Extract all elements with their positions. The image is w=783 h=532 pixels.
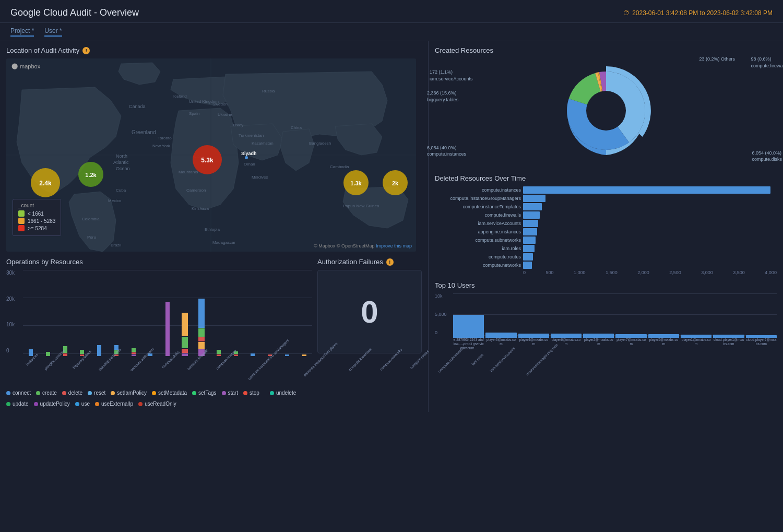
deleted-row-8: compute.routes	[435, 253, 777, 261]
user-label-7: player1@mxabs.com	[681, 338, 711, 356]
svg-text:Kinshasa: Kinshasa	[192, 206, 209, 211]
svg-text:Ukraine: Ukraine	[218, 112, 232, 117]
user-label-5: player7@mxabs.com	[615, 338, 646, 356]
svg-point-37	[245, 156, 248, 159]
created-resources-section: Created Resources	[435, 46, 777, 168]
svg-text:Ocean: Ocean	[116, 166, 130, 171]
legend-undelete: undelete	[270, 390, 296, 396]
auth-failures-section: Authorization Failures ! 0	[317, 258, 422, 407]
svg-text:Mexico: Mexico	[108, 198, 122, 203]
page-title: Google Cloud Audit - Overview	[10, 7, 139, 18]
donut-final	[556, 61, 656, 160]
svg-text:New York: New York	[152, 144, 171, 148]
legend-start: start	[222, 390, 238, 396]
svg-text:Cameroon: Cameroon	[186, 188, 206, 193]
map-section-title: Location of Audit Activity !	[6, 46, 422, 54]
svg-text:5.3k: 5.3k	[201, 157, 213, 164]
svg-text:Peru: Peru	[87, 235, 96, 240]
deleted-row-6: compute.subnetworks	[435, 237, 777, 244]
svg-text:Sweden: Sweden	[212, 102, 228, 107]
donut-label-others: 23 (0.2%) Others	[699, 56, 735, 63]
user-label-3: player6@mxabs.com	[551, 338, 582, 356]
svg-text:Iceland: Iceland	[173, 94, 187, 99]
svg-text:Atlantic: Atlantic	[113, 160, 129, 165]
svg-text:Ethiopia: Ethiopia	[205, 227, 220, 232]
user-bar-6	[648, 334, 679, 338]
legend-title: _count	[18, 203, 55, 208]
user-bar-2	[518, 334, 549, 338]
header: Google Cloud Audit - Overview ⏱ 2023-06-…	[0, 0, 783, 23]
ops-title: Operations by Resources	[6, 258, 312, 266]
user-label-2: player4@mxabs.com	[518, 338, 549, 356]
deleted-resources-section: Deleted Resources Over Time compute.inst…	[435, 174, 777, 275]
deleted-row-2: compute.instanceTemplates	[435, 203, 777, 210]
created-resources-title: Created Resources	[435, 46, 777, 54]
svg-text:Madagascar: Madagascar	[212, 240, 235, 245]
top-users-section: Top 10 Users 10k 5,000 0	[435, 281, 777, 356]
legend-useExternalIp: useExternalIp	[95, 401, 133, 407]
user-bar-4	[583, 334, 614, 338]
svg-text:2k: 2k	[392, 180, 399, 186]
user-bar-1	[485, 333, 516, 338]
legend-delete: delete	[62, 390, 82, 396]
svg-text:North: North	[116, 153, 127, 159]
legend-setIamPolicy: setIamPolicy	[111, 390, 147, 396]
operations-section: Operations by Resources 30k 20k 10k 0	[6, 258, 312, 407]
legend-updatePolicy: updatePolicy	[34, 401, 70, 407]
legend-item-2: 1661 - 5283	[18, 218, 55, 224]
svg-text:Colombia: Colombia	[82, 217, 100, 221]
map-background: Greenland North Atlantic Ocean Canada To…	[6, 58, 416, 252]
auth-failures-title: Authorization Failures !	[317, 258, 422, 266]
legend-setMetadata: setMetadata	[152, 390, 187, 396]
legend-stop: stop	[243, 390, 259, 396]
donut-label-bqtables: 2,366 (15.6%) bigquery.tables	[427, 90, 458, 103]
auth-failures-panel: 0	[317, 270, 422, 353]
legend-use: use	[75, 401, 90, 407]
svg-text:Kazakhstan: Kazakhstan	[252, 141, 274, 146]
user-label-9: cloud-player2@mxabs.com	[746, 338, 777, 356]
legend-reset: reset	[88, 390, 105, 396]
user-bar-5	[615, 334, 646, 338]
improve-map-link[interactable]: Improve this map	[376, 243, 412, 249]
legend-connect: connect	[6, 390, 31, 396]
user-label-4: player2@mxabs.com	[583, 338, 614, 356]
user-bar-0	[453, 315, 484, 338]
map-warn-icon: !	[82, 47, 90, 54]
main-content: Location of Audit Activity !	[0, 41, 783, 412]
legend-create: create	[36, 390, 57, 396]
svg-text:Toronto: Toronto	[158, 136, 172, 140]
donut-label-disks: 6,054 (40.0%) compute.disks	[752, 150, 782, 163]
legend-setTags: setTags	[192, 390, 216, 396]
svg-text:Brazil: Brazil	[111, 243, 121, 247]
svg-text:Turkmenistan: Turkmenistan	[239, 133, 264, 138]
deleted-row-5: appengine.instances	[435, 228, 777, 235]
map-container: Greenland North Atlantic Ocean Canada To…	[6, 58, 416, 252]
donut-label-instances: 6,054 (40.0%) compute.instances	[427, 145, 466, 158]
project-filter[interactable]: Project *	[10, 27, 34, 37]
left-panel: Location of Audit Activity !	[0, 41, 428, 412]
svg-text:2.4k: 2.4k	[39, 180, 52, 187]
svg-text:Mauritania: Mauritania	[179, 170, 198, 174]
svg-text:Siyadh: Siyadh	[241, 151, 257, 156]
svg-text:Russia: Russia	[262, 89, 275, 93]
top-users-title: Top 10 Users	[435, 281, 777, 289]
filter-bar: Project * User *	[0, 23, 783, 41]
map-legend: _count < 1661 1661 - 5283 >= 5284	[13, 199, 61, 236]
svg-text:1.3k: 1.3k	[350, 180, 362, 186]
deleted-row-3: compute.firewalls	[435, 211, 777, 219]
auth-failures-value: 0	[323, 276, 416, 348]
deleted-row-4: iam.serviceAccounts	[435, 220, 777, 227]
svg-text:Cambodia: Cambodia	[330, 164, 349, 169]
auth-warn-icon: !	[386, 258, 394, 266]
deleted-row-7: iam.roles	[435, 245, 777, 252]
svg-text:Bangladesh: Bangladesh	[309, 141, 331, 146]
svg-point-52	[586, 91, 626, 131]
user-filter[interactable]: User *	[44, 27, 62, 37]
svg-text:Oman: Oman	[244, 162, 255, 167]
deleted-row-0: compute.instances	[435, 186, 777, 194]
deleted-chart-rows: compute.instances compute.instanceGroupM…	[435, 186, 777, 275]
user-label-8: cloud-player1@mxabs.com	[713, 338, 744, 356]
ops-legend: connect create delete reset	[6, 390, 312, 407]
legend-item-3: >= 5284	[18, 225, 55, 231]
map-svg: Greenland North Atlantic Ocean Canada To…	[6, 58, 416, 252]
